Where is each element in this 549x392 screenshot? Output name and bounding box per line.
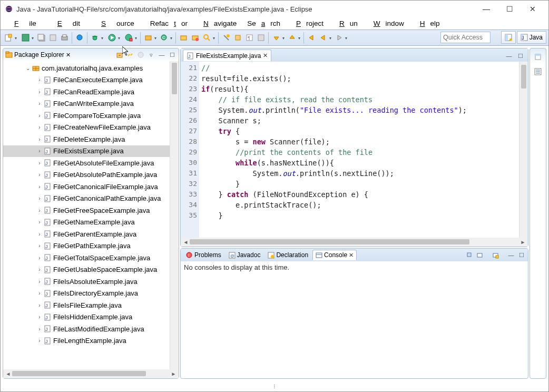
back-history-button[interactable]	[318, 32, 328, 44]
tree-file-row[interactable]: ›JFileGetTotalSpaceExample.java	[3, 252, 170, 264]
minimize-editor-button[interactable]: —	[505, 52, 513, 60]
expand-icon[interactable]: ›	[36, 279, 43, 285]
close-tab-button[interactable]: ✕	[263, 52, 268, 59]
menu-navigate[interactable]: Navigate	[193, 18, 242, 28]
expand-icon[interactable]: ›	[36, 243, 43, 249]
view-menu-button[interactable]: ▿	[147, 51, 155, 59]
expand-icon[interactable]: ›	[36, 208, 43, 213]
tree-scrollbar-vertical[interactable]	[170, 61, 179, 369]
outline-view-button[interactable]	[533, 66, 543, 77]
ext-tools-button[interactable]	[123, 32, 134, 44]
menu-refactor[interactable]: Refactor	[145, 18, 193, 28]
tree-file-row[interactable]: ›JFileIsHiddenExample.java	[3, 311, 170, 324]
menu-window[interactable]: Window	[363, 18, 409, 28]
toggle-block-button[interactable]	[232, 32, 243, 44]
next-annotation-button[interactable]	[271, 32, 281, 44]
minimize-console-button[interactable]: —	[507, 251, 515, 259]
tree-file-row[interactable]: ›JFileIsAbsoluteExample.java	[3, 276, 170, 288]
tree-file-row[interactable]: ›JFileIsFileExample.java	[3, 299, 170, 311]
build-button[interactable]	[74, 32, 85, 44]
quick-access-input[interactable]	[440, 32, 491, 43]
maximize-editor-button[interactable]: ☐	[516, 52, 525, 60]
save-button[interactable]	[20, 32, 31, 44]
tree-file-row[interactable]: ›JFileLastModifiedExample.java	[3, 323, 170, 335]
maximize-console-button[interactable]: ☐	[517, 251, 526, 259]
search-button[interactable]	[201, 32, 212, 44]
maximize-button[interactable]: ☐	[498, 2, 521, 16]
tree-file-row[interactable]: ›JFileGetAbsoluteFileExample.java	[3, 157, 170, 169]
toolbar-btn-b[interactable]	[256, 32, 266, 44]
pin-console-button[interactable]	[465, 251, 473, 259]
tree-file-row[interactable]: ›JFileGetParentExample.java	[3, 228, 170, 240]
show-whitespace-button[interactable]: ¶	[244, 32, 254, 44]
tab-console[interactable]: Console ✕	[312, 250, 357, 260]
maximize-view-button[interactable]: ☐	[168, 51, 177, 59]
tree-file-row[interactable]: ›JFileCreateNewFileExample.java	[3, 122, 170, 134]
expand-icon[interactable]: ›	[36, 77, 43, 83]
tree-file-row[interactable]: ›JFileGetCanonicalFileExample.java	[3, 181, 170, 193]
tree-package-row[interactable]: ⌄ com.javatutorialhq.java.examples	[3, 62, 170, 74]
restore-view-button[interactable]	[533, 52, 543, 62]
tab-problems[interactable]: ! Problems	[183, 250, 224, 260]
expand-icon[interactable]: ›	[36, 267, 43, 272]
print-button[interactable]	[59, 32, 70, 44]
toolbar-btn-a[interactable]	[47, 32, 58, 44]
prev-annotation-button[interactable]	[287, 32, 297, 44]
expand-icon[interactable]: ›	[36, 326, 43, 332]
tree-file-row[interactable]: ›JFileGetUsableSpaceExample.java	[3, 264, 170, 276]
new-class-button[interactable]: C	[159, 32, 169, 44]
expand-icon[interactable]: ›	[36, 290, 43, 296]
tree-file-row[interactable]: ›JFileGetCanonicalPathExample.java	[3, 193, 170, 205]
open-task-button[interactable]	[190, 32, 200, 44]
tree-file-row[interactable]: ›JFileCanReadExample.java	[3, 86, 170, 98]
minimize-button[interactable]: —	[475, 2, 498, 16]
editor-scrollbar-horizontal[interactable]: ◄►	[181, 238, 528, 247]
display-console-button[interactable]	[475, 251, 484, 259]
toggle-mark-button[interactable]	[221, 32, 231, 44]
menu-run[interactable]: Run	[329, 18, 363, 28]
expand-icon[interactable]: ›	[36, 113, 43, 119]
expand-icon[interactable]: ⌄	[24, 65, 32, 71]
tree-file-row[interactable]: ›JFileCanExecuteExample.java	[3, 74, 170, 86]
tab-javadoc[interactable]: @ Javadoc	[226, 250, 264, 260]
expand-icon[interactable]: ›	[36, 302, 43, 308]
menu-help[interactable]: Help	[409, 18, 445, 28]
debug-button[interactable]	[90, 32, 100, 44]
expand-icon[interactable]: ›	[36, 219, 43, 225]
open-perspective-button[interactable]	[501, 31, 516, 44]
close-window-button[interactable]: ✕	[521, 2, 544, 16]
tree-file-row[interactable]: ›JFileGetNameExample.java	[3, 217, 170, 229]
expand-icon[interactable]: ›	[36, 160, 43, 166]
code-content[interactable]: // result=file.exists(); if(result){ // …	[199, 62, 519, 238]
open-console-button[interactable]	[491, 251, 499, 259]
tree-file-row[interactable]: ›JFileCompareToExample.java	[3, 110, 170, 122]
java-perspective-button[interactable]: J Java	[517, 31, 546, 44]
tree-scrollbar-horizontal[interactable]: ◄►	[3, 369, 179, 378]
menu-search[interactable]: Search	[242, 18, 286, 28]
editor-tab-fileexists[interactable]: J FileExistsExample.java ✕	[183, 50, 271, 61]
tree-file-row[interactable]: ›JFileGetAbsolutePathExample.java	[3, 169, 170, 181]
tree-file-row[interactable]: ›JFileLengthExample.java	[3, 335, 170, 347]
minimize-view-button[interactable]: —	[158, 51, 166, 59]
expand-icon[interactable]: ›	[36, 101, 43, 106]
save-all-button[interactable]	[36, 32, 46, 44]
expand-icon[interactable]: ›	[36, 195, 43, 201]
tree-file-row[interactable]: ›JFileGetPathExample.java	[3, 240, 170, 252]
expand-icon[interactable]: ›	[36, 231, 43, 237]
tree-file-row[interactable]: ›JFileDeleteExample.java	[3, 133, 170, 145]
close-icon[interactable]: ✕	[66, 52, 71, 58]
expand-icon[interactable]: ›	[36, 255, 43, 261]
tree-file-row[interactable]: ›JFileCanWriteExample.java	[3, 98, 170, 110]
tree-file-row[interactable]: ›JFileExistsExample.java	[3, 145, 170, 158]
focus-task-button[interactable]	[136, 51, 145, 59]
tree-file-row[interactable]: ›JFileIsDirectoryExample.java	[3, 288, 170, 300]
code-editor[interactable]: 212223242526272829303132333435 // result…	[181, 61, 528, 238]
expand-icon[interactable]: ›	[36, 172, 43, 178]
expand-icon[interactable]: ›	[36, 148, 43, 154]
new-package-button[interactable]	[143, 32, 153, 44]
forward-button[interactable]	[334, 32, 344, 44]
tab-declaration[interactable]: Declaration	[264, 250, 311, 260]
open-type-button[interactable]	[178, 32, 189, 44]
back-button[interactable]	[306, 32, 317, 44]
menu-file[interactable]: File	[4, 18, 47, 28]
